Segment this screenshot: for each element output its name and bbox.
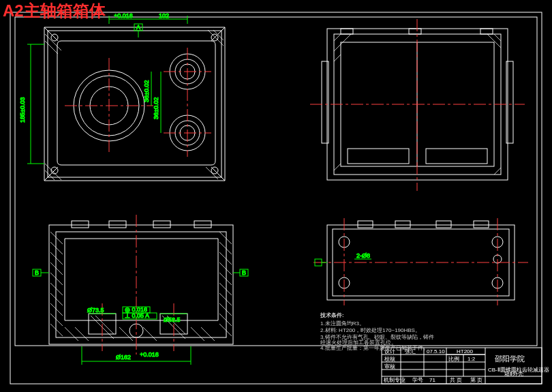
svg-text:Ø58.5: Ø58.5 xyxy=(164,316,181,323)
svg-text:71: 71 xyxy=(429,377,435,383)
svg-text:Ø73.5: Ø73.5 xyxy=(87,307,104,314)
svg-line-79 xyxy=(50,293,63,305)
svg-text:102: 102 xyxy=(159,12,169,19)
svg-line-77 xyxy=(50,273,63,285)
svg-rect-54 xyxy=(480,29,493,34)
svg-rect-68 xyxy=(153,221,170,228)
svg-line-76 xyxy=(50,262,63,275)
svg-line-93 xyxy=(65,327,78,341)
svg-rect-130 xyxy=(474,221,489,228)
svg-text:A: A xyxy=(136,24,140,31)
svg-rect-52 xyxy=(341,29,353,34)
svg-text:2.材料: HT200，时效处理170~190HBS。: 2.材料: HT200，时效处理170~190HBS。 xyxy=(320,327,420,333)
svg-line-88 xyxy=(219,283,232,295)
svg-rect-127 xyxy=(358,221,373,228)
svg-text:审核: 审核 xyxy=(384,363,395,370)
svg-line-91 xyxy=(219,314,232,326)
svg-rect-53 xyxy=(409,29,421,34)
title-block: 设计 张汇 07.5.10 校核 审核 HT200 比例 1:2 邵阳学院 CB… xyxy=(382,348,549,384)
svg-text:2-Ø8: 2-Ø8 xyxy=(356,252,370,259)
svg-rect-64 xyxy=(49,225,233,344)
svg-text:邵阳学院: 邵阳学院 xyxy=(495,355,525,363)
svg-line-18 xyxy=(213,30,224,40)
svg-text:07.5.10: 07.5.10 xyxy=(427,348,445,355)
svg-line-16 xyxy=(45,41,58,54)
svg-text:1.未注圆角均R3。: 1.未注圆角均R3。 xyxy=(320,320,365,327)
svg-text:HT200: HT200 xyxy=(457,348,474,355)
svg-line-80 xyxy=(50,303,63,316)
svg-line-55 xyxy=(334,34,341,41)
svg-line-96 xyxy=(143,327,157,341)
svg-text:Ø162: Ø162 xyxy=(116,354,131,361)
svg-rect-129 xyxy=(436,221,451,228)
svg-text:学号: 学号 xyxy=(412,377,423,383)
cad-drawing: 102 +0.016 A 185±0.03 36±0.02 36±0.02 xyxy=(0,0,552,392)
svg-text:36±0.02: 36±0.02 xyxy=(143,80,150,102)
svg-line-92 xyxy=(219,324,232,336)
view-top-left xyxy=(44,27,225,181)
svg-line-83 xyxy=(219,232,232,244)
view-bottom-right: 2-Ø8 xyxy=(313,218,528,305)
svg-text:比例: 比例 xyxy=(448,356,459,362)
view-top-right xyxy=(310,19,525,191)
technical-notes: 技术条件: 1.未注圆角均R3。 2.材料: HT200，时效处理170~190… xyxy=(320,312,434,351)
svg-text:校核: 校核 xyxy=(384,356,395,362)
svg-line-61 xyxy=(494,168,501,175)
svg-line-78 xyxy=(50,283,63,295)
svg-text:36±0.02: 36±0.02 xyxy=(153,97,159,119)
svg-rect-69 xyxy=(194,221,211,228)
svg-text:B: B xyxy=(35,269,39,276)
svg-line-97 xyxy=(191,327,204,341)
svg-text:机制专业: 机制专业 xyxy=(384,377,405,383)
svg-line-82 xyxy=(50,324,63,336)
svg-text:技术条件:: 技术条件: xyxy=(320,312,344,318)
svg-text:第 页: 第 页 xyxy=(470,377,482,383)
svg-text:共 页: 共 页 xyxy=(450,377,462,383)
svg-line-75 xyxy=(50,252,63,265)
view-bottom-left xyxy=(49,215,233,355)
overlay-title: A2主轴箱箱体 xyxy=(3,0,106,22)
svg-line-86 xyxy=(219,262,232,275)
svg-line-84 xyxy=(219,242,232,254)
svg-text:1:2: 1:2 xyxy=(467,356,476,362)
svg-line-81 xyxy=(50,314,63,326)
svg-line-89 xyxy=(219,293,232,305)
svg-line-100 xyxy=(95,316,114,334)
svg-text:⊥ 0.05 A: ⊥ 0.05 A xyxy=(125,312,149,319)
svg-line-60 xyxy=(334,164,341,170)
svg-rect-0 xyxy=(10,12,542,384)
svg-text:箱Ⅱ外壳: 箱Ⅱ外壳 xyxy=(504,371,523,377)
svg-rect-49 xyxy=(426,149,487,164)
svg-text:设计: 设计 xyxy=(384,348,395,355)
svg-rect-65 xyxy=(56,232,226,337)
svg-line-74 xyxy=(50,242,63,254)
svg-text:185±0.03: 185±0.03 xyxy=(19,97,26,123)
svg-text:+0.016: +0.016 xyxy=(140,351,159,358)
svg-rect-66 xyxy=(72,221,89,228)
svg-line-73 xyxy=(50,232,63,244)
svg-rect-48 xyxy=(348,149,409,164)
svg-line-85 xyxy=(219,252,232,265)
svg-rect-1 xyxy=(15,17,537,346)
svg-line-57 xyxy=(334,55,341,61)
svg-text:张汇: 张汇 xyxy=(405,348,416,355)
svg-line-94 xyxy=(75,327,89,341)
svg-line-95 xyxy=(119,327,133,341)
svg-line-90 xyxy=(219,303,232,316)
svg-line-98 xyxy=(201,327,215,341)
svg-rect-128 xyxy=(395,221,410,228)
svg-text:B: B xyxy=(242,269,246,276)
svg-rect-67 xyxy=(109,221,126,228)
svg-text:+0.016: +0.016 xyxy=(114,12,133,19)
svg-line-58 xyxy=(494,34,501,41)
svg-line-87 xyxy=(219,273,232,285)
